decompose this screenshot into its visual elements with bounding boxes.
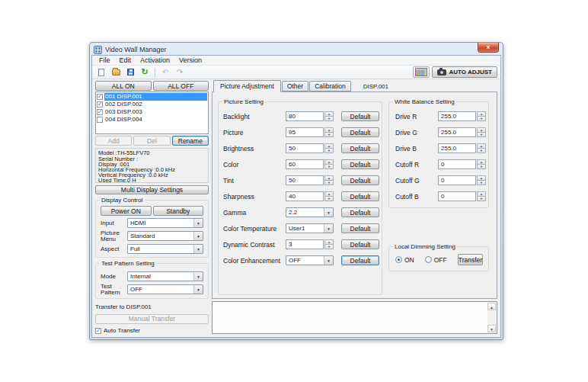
setting-row: Backlight 80 ▲▼ Default	[223, 108, 380, 124]
value-input[interactable]: 40	[286, 191, 324, 201]
dropdown[interactable]: Standard ▼	[127, 231, 203, 241]
refresh-icon[interactable]: ↻	[139, 66, 151, 78]
value-input[interactable]: 80	[286, 111, 324, 121]
default-button[interactable]: Default	[341, 159, 379, 169]
spinner-up-down[interactable]: ▲▼	[477, 159, 486, 169]
manual-transfer-button[interactable]: Manual Transfer	[95, 314, 209, 324]
chevron-down-icon: ▼	[193, 272, 203, 281]
value-input[interactable]: 0	[438, 175, 476, 185]
all-off-button[interactable]: ALL OFF	[153, 81, 209, 91]
group-title: Test Pattern Setting	[100, 260, 156, 267]
spinner-up-down[interactable]: ▲▼	[477, 143, 486, 153]
open-folder-icon[interactable]	[110, 66, 122, 78]
display-list-item[interactable]: ✓ 002 DISP.002	[97, 101, 207, 108]
new-file-icon[interactable]	[95, 66, 107, 78]
spinner-up-down[interactable]: ▲▼	[324, 127, 334, 137]
value-input[interactable]: 95	[286, 127, 324, 137]
setting-label: Drive B	[395, 145, 438, 152]
default-button[interactable]: Default	[341, 239, 379, 249]
display-checkbox[interactable]: ✓	[97, 101, 103, 108]
log-area[interactable]: ▲ ▼	[212, 301, 497, 334]
spinner-up-down[interactable]: ▲▼	[477, 127, 486, 137]
undo-icon[interactable]: ↶	[159, 66, 171, 78]
group-title: White Balance Setting	[393, 98, 456, 105]
default-button[interactable]: Default	[341, 175, 379, 185]
rename-button[interactable]: Rename	[172, 136, 209, 146]
value-input[interactable]: 60	[286, 159, 324, 169]
scroll-up-icon[interactable]: ▲	[487, 303, 496, 310]
value-input[interactable]: 50	[286, 175, 324, 185]
default-button[interactable]: Default	[341, 223, 379, 233]
display-list-item[interactable]: ✓ 001 DISP.001	[97, 93, 207, 101]
spinner-up-down[interactable]: ▲▼	[477, 111, 486, 121]
spinner-up-down[interactable]: ▲▼	[324, 175, 334, 185]
del-button[interactable]: Del	[133, 136, 170, 146]
app-icon	[94, 46, 102, 54]
value-input[interactable]: 255.0	[438, 143, 476, 153]
control-row: Input HDMI ▼	[101, 218, 203, 228]
dropdown[interactable]: OFF ▼	[286, 255, 334, 265]
dropdown[interactable]: HDMI ▼	[127, 218, 203, 228]
test-pattern-group: Test Pattern Setting Mode Internal ▼	[95, 263, 209, 299]
spinner-up-down[interactable]: ▲▼	[324, 111, 334, 121]
menu-file[interactable]: File	[94, 56, 115, 65]
display-checkbox[interactable]: ✓	[97, 109, 103, 115]
menu-edit[interactable]: Edit	[115, 56, 136, 65]
dropdown[interactable]: User1 ▼	[286, 223, 334, 233]
redo-icon[interactable]: ↷	[174, 66, 186, 78]
value-input[interactable]: 255.0	[438, 127, 476, 137]
scroll-down-icon[interactable]: ▼	[487, 325, 496, 332]
dropdown[interactable]: Internal ▼	[127, 271, 203, 281]
spinner-up-down[interactable]: ▲▼	[324, 191, 334, 201]
tab[interactable]: Picture Adjustment	[213, 80, 281, 92]
vertical-scrollbar[interactable]: ▲ ▼	[487, 303, 496, 332]
transfer-button[interactable]: Transfer	[458, 254, 483, 265]
multi-display-settings-button[interactable]: Multi Display Settings	[95, 185, 209, 194]
display-list-item[interactable]: ✓ 004 DISP.004	[97, 116, 207, 124]
dropdown[interactable]: OFF ▼	[127, 284, 203, 294]
spinner-up-down[interactable]: ▲▼	[324, 159, 334, 169]
value-input[interactable]: 50	[286, 143, 324, 153]
menu-version[interactable]: Version	[174, 56, 206, 65]
local-dimming-on-radio[interactable]: ON	[395, 256, 414, 264]
add-button[interactable]: Add	[95, 136, 132, 146]
title-bar[interactable]: Video Wall Manager x	[90, 43, 503, 55]
spinner-up-down[interactable]: ▲▼	[324, 239, 334, 249]
all-on-button[interactable]: ALL ON	[95, 81, 152, 91]
value-input[interactable]: 255.0	[438, 111, 476, 121]
auto-transfer-checkbox[interactable]: ✓ Auto Transfer	[95, 327, 209, 334]
display-listbox[interactable]: ✓ 001 DISP.001 ✓ 002 DISP.002 ✓ 003 DISP…	[95, 91, 209, 134]
default-button[interactable]: Default	[341, 207, 379, 217]
value-input[interactable]: 0	[438, 191, 476, 201]
dropdown[interactable]: Full ▼	[127, 244, 203, 254]
save-icon[interactable]	[124, 66, 136, 78]
group-title: Local Dimming Setting	[393, 243, 457, 250]
close-button[interactable]: x	[478, 43, 499, 53]
value-input[interactable]: 3	[286, 239, 324, 249]
power-on-button[interactable]: Power ON	[101, 206, 152, 216]
tab[interactable]: Calibration	[309, 81, 351, 91]
value-input[interactable]: 0	[438, 159, 476, 169]
picture-adjustment-page: Picture Setting Backlight 80 ▲▼	[212, 91, 497, 299]
default-button[interactable]: Default	[341, 191, 379, 201]
dropdown[interactable]: 2.2 ▼	[286, 207, 334, 217]
default-button[interactable]: Default	[341, 255, 379, 265]
spinner-up-down[interactable]: ▲▼	[477, 175, 486, 185]
menu-activation[interactable]: Activation	[136, 56, 174, 65]
tab[interactable]: Other	[282, 81, 308, 91]
setting-row: Cutoff B 0 ▲▼	[395, 188, 485, 204]
display-checkbox[interactable]: ✓	[97, 94, 103, 100]
default-button[interactable]: Default	[341, 111, 379, 121]
local-dimming-off-radio[interactable]: OFF	[425, 256, 447, 264]
display-list-item[interactable]: ✓ 003 DISP.003	[97, 108, 207, 116]
spinner-up-down[interactable]: ▲▼	[324, 143, 334, 153]
setting-label: Brightness	[223, 145, 286, 152]
default-button[interactable]: Default	[341, 143, 379, 153]
standby-button[interactable]: Standby	[153, 206, 204, 216]
dropdown-value: OFF	[286, 256, 324, 265]
display-checkbox[interactable]: ✓	[97, 117, 103, 123]
wall-layout-grid-icon[interactable]	[413, 66, 430, 78]
auto-adjust-button[interactable]: AUTO ADJUST	[432, 66, 497, 78]
spinner-up-down[interactable]: ▲▼	[477, 191, 486, 201]
default-button[interactable]: Default	[341, 127, 379, 137]
